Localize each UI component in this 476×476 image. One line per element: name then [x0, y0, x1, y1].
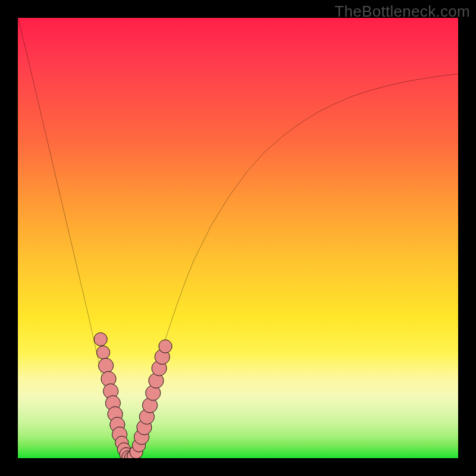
curve-markers	[94, 333, 172, 458]
bottleneck-curve	[18, 18, 458, 458]
chart-plot-area	[18, 18, 458, 458]
chart-frame: TheBottleneck.com	[0, 0, 476, 476]
curve-marker	[96, 346, 109, 359]
curve-marker	[98, 358, 113, 373]
chart-svg	[18, 18, 458, 458]
curve-marker	[94, 333, 107, 346]
curve-marker	[159, 340, 172, 353]
watermark-text: TheBottleneck.com	[334, 2, 470, 21]
